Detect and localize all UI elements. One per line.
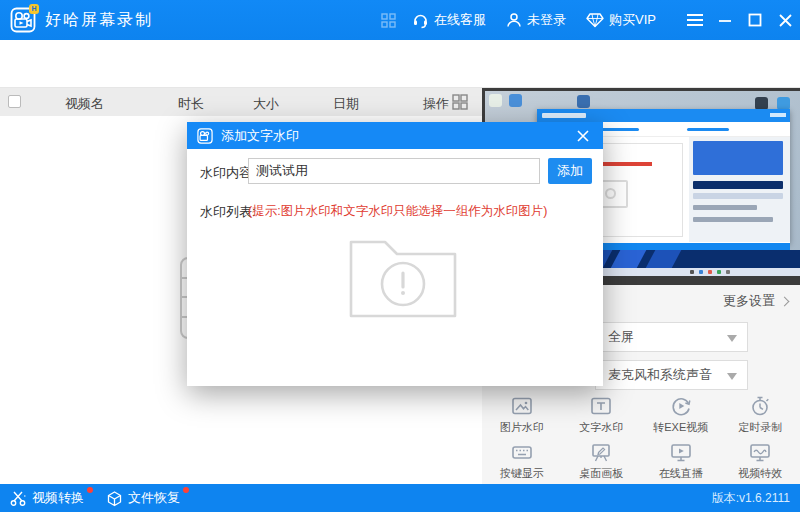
more-settings-label: 更多设置 <box>723 292 775 310</box>
maximize-button[interactable] <box>740 0 770 40</box>
footer-bar: 视频转换 文件恢复 版本:v1.6.2111 <box>0 484 800 512</box>
file-recovery-label: 文件恢复 <box>128 489 180 507</box>
feature-video-effects[interactable]: 视频特效 <box>721 438 800 484</box>
video-convert-label: 视频转换 <box>32 489 84 507</box>
feature-desktop-board[interactable]: 桌面画板 <box>562 438 642 484</box>
empty-folder-icon <box>347 226 459 320</box>
feature-grid: 图片水印 文字水印 转 <box>482 392 800 484</box>
title-bar: H 好哈屏幕录制 <box>0 0 800 40</box>
feature-label: 图片水印 <box>500 420 544 435</box>
feature-text-watermark[interactable]: 文字水印 <box>562 392 642 438</box>
feature-label: 转EXE视频 <box>653 420 708 435</box>
online-service-label: 在线客服 <box>434 11 486 29</box>
chevron-down-icon <box>727 373 737 380</box>
menu-icon[interactable] <box>680 0 710 40</box>
file-recovery-button[interactable]: 文件恢复 <box>106 489 180 507</box>
notification-dot <box>183 487 189 493</box>
dialog-title: 添加文字水印 <box>221 127 299 145</box>
desktop-icon <box>577 95 590 108</box>
feature-label: 文字水印 <box>579 420 623 435</box>
add-text-watermark-dialog: 添加文字水印 水印内容: 添加 水印列表: (提示:图片水印和文字水印只能选择一… <box>187 122 603 386</box>
buy-vip-label: 购买VIP <box>609 11 656 29</box>
capture-mode-value: 全屏 <box>608 329 634 344</box>
app-window: H 好哈屏幕录制 <box>0 0 800 512</box>
watermark-content-input[interactable] <box>248 158 540 184</box>
close-button[interactable] <box>770 0 800 40</box>
vip-diamond-icon <box>586 12 604 28</box>
desktop-icon <box>509 94 522 107</box>
feature-label: 定时录制 <box>738 420 782 435</box>
view-grid-icon[interactable] <box>452 94 468 110</box>
login-button[interactable]: 未登录 <box>496 0 576 40</box>
capture-mode-dropdown[interactable]: 全屏 <box>595 322 748 352</box>
app-logo-icon: H <box>10 7 36 33</box>
feature-label: 在线直播 <box>659 466 703 481</box>
image-watermark-icon <box>511 395 533 417</box>
audio-source-dropdown[interactable]: 麦克风和系统声音 <box>595 360 748 390</box>
scissors-icon <box>10 490 27 507</box>
box-icon <box>106 490 123 507</box>
text-watermark-icon <box>590 395 612 417</box>
timed-record-icon <box>749 395 771 417</box>
video-effects-icon <box>749 441 771 463</box>
feature-timed-record[interactable]: 定时录制 <box>721 392 800 438</box>
feature-label: 按键显示 <box>500 466 544 481</box>
feature-exe-video[interactable]: 转EXE视频 <box>641 392 721 438</box>
online-live-icon <box>670 441 692 463</box>
watermark-hint-text: (提示:图片水印和文字水印只能选择一组作为水印图片) <box>248 203 547 220</box>
feature-label: 视频特效 <box>738 466 782 481</box>
desktop-icon <box>489 94 502 107</box>
feature-label: 桌面画板 <box>579 466 623 481</box>
feature-online-live[interactable]: 在线直播 <box>641 438 721 484</box>
online-service-button[interactable]: 在线客服 <box>402 0 496 40</box>
preview-app-titlebar <box>537 109 790 122</box>
col-video-name: 视频名 <box>65 95 104 113</box>
dialog-camera-icon <box>197 128 213 144</box>
col-date: 日期 <box>333 95 359 113</box>
minimize-button[interactable] <box>710 0 740 40</box>
dialog-header: 添加文字水印 <box>187 122 603 149</box>
notification-dot <box>87 487 93 493</box>
qr-code-icon[interactable] <box>375 13 402 28</box>
record-toolbar: 时长: 00:00:00 麦克风: 系统声音: 文件位置 <box>0 40 800 88</box>
logo-h-badge: H <box>29 4 39 14</box>
exe-video-icon <box>670 395 692 417</box>
app-title: 好哈屏幕录制 <box>45 10 153 31</box>
feature-key-display[interactable]: 按键显示 <box>482 438 562 484</box>
desktop-board-icon <box>590 441 612 463</box>
video-convert-button[interactable]: 视频转换 <box>10 489 84 507</box>
col-size: 大小 <box>253 95 279 113</box>
dialog-close-button[interactable] <box>573 126 593 146</box>
preview-nested-screen <box>689 137 790 242</box>
buy-vip-button[interactable]: 购买VIP <box>576 0 666 40</box>
col-action: 操作 <box>423 95 449 113</box>
headset-icon <box>412 12 429 29</box>
col-duration: 时长 <box>178 95 204 113</box>
chevron-right-icon <box>780 296 790 306</box>
user-icon <box>506 12 522 28</box>
more-settings-button[interactable]: 更多设置 <box>723 292 788 310</box>
key-display-icon <box>511 441 533 463</box>
select-all-checkbox[interactable] <box>8 95 21 108</box>
login-label: 未登录 <box>527 11 566 29</box>
feature-image-watermark[interactable]: 图片水印 <box>482 392 562 438</box>
add-watermark-button[interactable]: 添加 <box>548 158 592 184</box>
audio-source-value: 麦克风和系统声音 <box>608 367 712 382</box>
version-label: 版本:v1.6.2111 <box>712 490 790 507</box>
chevron-down-icon <box>727 335 737 342</box>
